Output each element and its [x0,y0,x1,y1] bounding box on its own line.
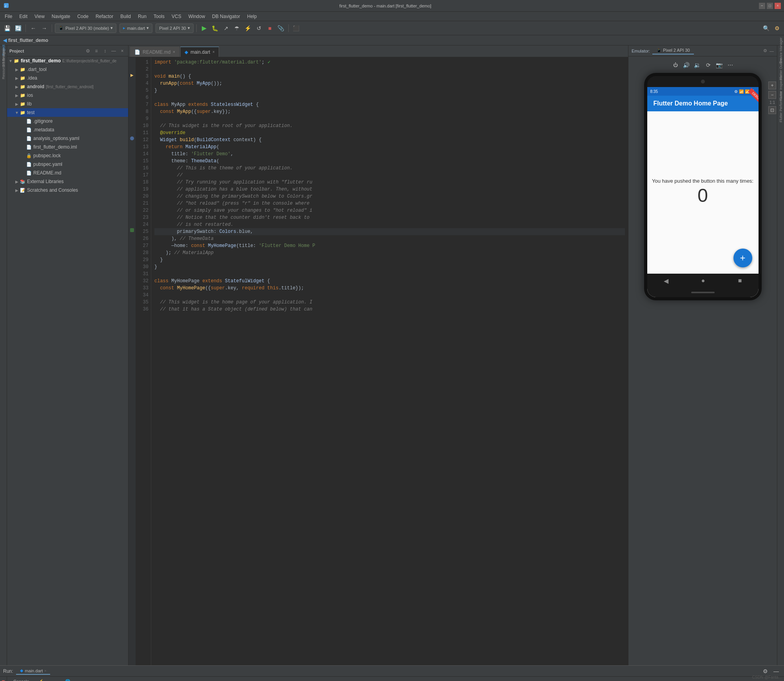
device-selector[interactable]: 📱 Pixel 2 API 30 (mobile) ▾ [55,24,116,33]
emulator-collapse-icon[interactable]: — [770,49,774,53]
menu-build[interactable]: Build [117,13,134,20]
emulator-settings-icon[interactable]: ⚙ [763,48,767,53]
tree-item-pubspec[interactable]: 📄 pubspec.yaml [7,160,128,169]
emulator-power-btn[interactable]: ⏻ [671,60,680,70]
debug-button[interactable]: 🐛 [210,24,220,33]
device-manager-icon[interactable]: Device Manager [778,47,784,53]
menu-file[interactable]: File [2,13,15,20]
editor-gutter: ▶ [129,57,136,665]
zoom-fit-button[interactable]: ⊡ [768,106,776,114]
profile-button[interactable]: ↗ [221,24,231,33]
search-everywhere-button[interactable]: 🔍 [761,24,771,33]
phone-recent-btn[interactable]: ■ [738,277,742,284]
code-line-36: // that it has a State object (defined b… [154,306,625,313]
menu-run[interactable]: Run [135,13,150,20]
close-button[interactable]: × [775,3,781,9]
emulator-volume-down-btn[interactable]: 🔉 [693,60,702,70]
settings-button[interactable]: ⚙ [772,24,782,33]
bottom-tab-run[interactable]: ◆ main.dart × [16,667,50,675]
menu-navigate[interactable]: Navigate [49,13,73,20]
emulator-tab-pixel2[interactable]: 📱 Pixel 2 API 30 [652,47,694,54]
editor-content: ▶ [129,57,628,665]
gutter-24 [129,220,136,227]
menu-window[interactable]: Window [185,13,208,20]
flutter-inspector-icon[interactable]: Flutter Inspector [778,85,784,91]
tree-item-analysis[interactable]: 📄 analysis_options.yaml [7,134,128,143]
project-panel-list-icon[interactable]: ≡ [93,47,100,54]
resource-manager-icon[interactable]: Resource Manager [0,61,7,67]
project-panel-close-icon[interactable]: × [119,47,126,54]
menu-help[interactable]: Help [244,13,260,20]
project-panel-settings-icon[interactable]: ⚙ [84,47,91,54]
menu-refactor[interactable]: Refactor [92,13,116,20]
bottom-minimize-btn[interactable]: — [771,666,781,676]
tree-item-external-libs[interactable]: ▶ 📚 External Libraries [7,177,128,186]
tree-item-gitignore[interactable]: 📄 .gitignore [7,117,128,125]
flutter-hot-reload[interactable]: ⚡ [243,24,253,33]
tree-item-iml[interactable]: 📄 first_flutter_demo.iml [7,143,128,151]
tab-readme[interactable]: 📄 README.md × [130,47,179,57]
android-folder-icon: 📁 [20,84,26,90]
phone-fab[interactable]: + [733,249,752,267]
tree-item-lib[interactable]: ▶ 📁 lib [7,100,128,108]
menu-db-navigator[interactable]: DB Navigator [209,13,243,20]
readme-tab-close[interactable]: × [173,50,175,54]
emulator-volume-up-btn[interactable]: 🔊 [682,60,691,70]
tree-item-dart-tool[interactable]: ▶ 📁 .dart_tool [7,65,128,74]
tree-item-lock[interactable]: 🔒 pubspec.lock [7,151,128,160]
tree-item-ios[interactable]: ▶ 📁 ios [7,91,128,100]
phone-home-btn[interactable]: ● [701,277,705,284]
flutter-hot-restart[interactable]: ↺ [254,24,264,33]
event-log-tab[interactable]: ⚡ [34,678,48,681]
flutter-performance-icon[interactable]: Flutter Performance [778,104,784,110]
tree-item-idea[interactable]: ▶ 📁 .idea [7,74,128,82]
api-selector[interactable]: Pixel 2 API 30 ▾ [156,24,194,33]
phone-back-btn[interactable]: ◀ [664,277,668,285]
stop-button[interactable]: ■ [265,24,275,33]
tree-item-scratches[interactable]: ▶ 📝 Scratches and Consoles [7,186,128,194]
dart-tab-close[interactable]: × [212,50,215,54]
run-tab-close[interactable]: × [44,669,46,673]
emulator-rotate-btn[interactable]: ⟳ [704,60,713,70]
project-panel-collapse-icon[interactable]: — [110,47,117,54]
tree-item-readme[interactable]: 📄 README.md [7,169,128,177]
dart-analysis-tab[interactable]: 🌐 [61,678,74,681]
tree-item-test[interactable]: ▼ 📁 test [7,108,128,117]
menu-tools[interactable]: Tools [150,13,168,20]
project-panel-sort-icon[interactable]: ↕ [101,47,109,54]
tab-main-dart[interactable]: ◆ main.dart × [180,47,219,57]
emulator-more-btn[interactable]: ⋯ [726,60,735,70]
emulator-screenshot-btn[interactable]: 📷 [715,60,724,70]
services-tab[interactable]: ↓ [49,679,60,681]
phone-content: You have pushed the button this many tim… [647,111,759,274]
emulator-header: Emulator: 📱 Pixel 2 API 30 ⚙ — [628,45,777,56]
readme-tab-label: README.md [143,49,170,55]
terminal-button[interactable]: ⬛ [292,24,301,33]
menu-view[interactable]: View [31,13,48,20]
maximize-button[interactable]: □ [767,3,773,9]
code-line-29: } [154,256,625,263]
flutter-outline-icon[interactable]: Flutter Outline [778,66,784,72]
forward-button[interactable]: → [40,24,49,33]
zoom-in-button[interactable]: + [768,82,776,89]
tree-item-android[interactable]: ▶ 📁 android [first_flutter_demo_android] [7,82,128,91]
minimize-button[interactable]: − [759,3,765,9]
tree-item-project[interactable]: ▼ 📁 first_flutter_demo E:\flutterproject… [7,56,128,65]
menu-edit[interactable]: Edit [16,13,31,20]
stop-run-icon[interactable]: ■ [0,678,7,681]
zoom-out-button[interactable]: − [768,91,776,99]
code-line-3: void main() { [154,73,625,80]
code-editor[interactable]: import 'package:flutter/material.dart';✓… [151,57,628,665]
menu-vcs[interactable]: VCS [168,13,185,20]
run-file-selector[interactable]: ▸ main.dart ▾ [120,24,152,33]
tree-item-metadata[interactable]: 📄 .metadata [7,125,128,134]
run-button[interactable]: ▶ [199,24,209,33]
bottom-settings-btn[interactable]: ⚙ [760,666,770,676]
save-all-button[interactable]: 💾 [2,24,12,33]
coverage-button[interactable]: ☂ [232,24,242,33]
back-button[interactable]: ← [29,24,38,33]
menu-code[interactable]: Code [74,13,92,20]
synchronize-button[interactable]: 🔄 [13,24,23,33]
attach-button[interactable]: 📎 [276,24,286,33]
console-tab[interactable]: Console [9,678,33,681]
